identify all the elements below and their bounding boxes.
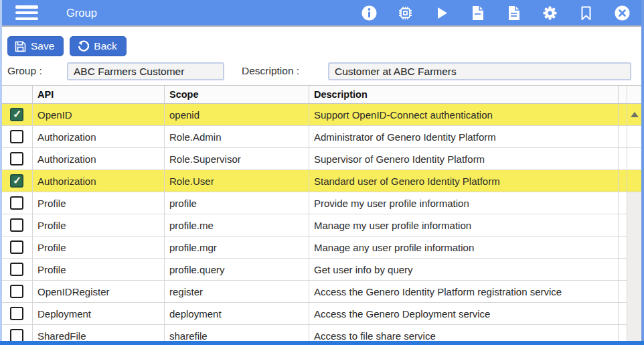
description-label: Description : xyxy=(242,65,299,77)
cell-description: Provide my user profile information xyxy=(309,192,618,214)
cell-scope: Role.Supervisor xyxy=(164,148,309,169)
column-header-scope[interactable]: Scope xyxy=(164,86,309,103)
table-row[interactable]: OpenIDRegister register Access the Gener… xyxy=(2,281,627,303)
table-row[interactable]: Profile profile Provide my user profile … xyxy=(2,192,627,214)
cell-spacer xyxy=(618,281,627,302)
cell-scope: register xyxy=(164,281,309,302)
cell-description: Get user info by query xyxy=(309,259,618,280)
cell-spacer xyxy=(618,236,627,258)
app-window: Group xyxy=(0,0,644,345)
cell-api: Profile xyxy=(32,192,164,214)
row-checkbox[interactable] xyxy=(10,240,23,254)
table-row[interactable]: Deployment deployment Access the Genero … xyxy=(2,303,627,325)
menu-icon[interactable] xyxy=(15,5,38,20)
group-input[interactable] xyxy=(67,62,224,80)
cell-scope: deployment xyxy=(164,303,309,324)
table-header-row: API Scope Description xyxy=(2,86,627,104)
group-label: Group : xyxy=(7,65,42,77)
scroll-up-arrow-icon[interactable] xyxy=(631,112,639,117)
column-header-spacer xyxy=(618,86,627,103)
scrollbar-track[interactable] xyxy=(627,192,641,345)
cell-description: Administrator of Genero Identity Platfor… xyxy=(309,126,618,147)
table-row[interactable]: Profile profile.query Get user info by q… xyxy=(2,259,627,281)
cell-scope: profile.me xyxy=(164,214,309,236)
topbar-icon-group xyxy=(361,5,631,21)
cell-api: Authorization xyxy=(32,170,164,192)
cell-spacer xyxy=(618,303,627,324)
cell-spacer xyxy=(618,148,627,169)
cell-scope: Role.User xyxy=(164,170,309,192)
cell-description: Standard user of Genero Identity Platfor… xyxy=(309,170,618,192)
form-row: Group : Description : xyxy=(2,61,641,84)
save-icon xyxy=(15,41,26,52)
table-row[interactable]: Authorization Role.Supervisor Supervisor… xyxy=(2,148,627,170)
table-body: OpenID openid Support OpenID-Connect aut… xyxy=(2,104,627,345)
document-lines-icon[interactable] xyxy=(505,5,522,21)
top-bar: Group xyxy=(2,0,641,27)
description-input[interactable] xyxy=(328,62,631,80)
cell-description: Support OpenID-Connect authentication xyxy=(309,104,618,125)
cell-description: Access the Genero Deployment service xyxy=(309,303,618,324)
cell-scope: profile.query xyxy=(164,259,309,280)
cell-spacer xyxy=(618,192,627,214)
back-undo-icon xyxy=(77,40,89,52)
bookmark-icon[interactable] xyxy=(578,5,594,21)
back-button-label: Back xyxy=(94,40,116,52)
info-icon[interactable] xyxy=(361,5,378,21)
cell-spacer xyxy=(618,126,627,147)
row-checkbox[interactable] xyxy=(10,174,23,188)
cell-spacer xyxy=(618,259,627,280)
row-checkbox[interactable] xyxy=(10,285,23,298)
row-checkbox[interactable] xyxy=(10,218,23,232)
row-checkbox[interactable] xyxy=(10,329,23,342)
checkbox-column-header xyxy=(2,86,32,103)
debug-chip-icon[interactable] xyxy=(397,5,414,21)
document-icon[interactable] xyxy=(469,5,486,21)
window-bottom-bar xyxy=(0,341,644,345)
scrollbar-segment xyxy=(627,170,641,192)
toolbar: Save Back xyxy=(2,27,641,61)
cell-api: OpenIDRegister xyxy=(32,281,164,302)
row-checkbox[interactable] xyxy=(10,307,23,320)
settings-icon[interactable] xyxy=(542,5,558,21)
scrollbar-up-button[interactable] xyxy=(627,104,641,126)
scopes-table: API Scope Description OpenID openid Supp… xyxy=(2,85,641,345)
page-title: Group xyxy=(66,7,97,19)
save-button-label: Save xyxy=(31,40,54,52)
cell-scope: profile.mgr xyxy=(164,236,309,258)
row-checkbox[interactable] xyxy=(10,263,23,276)
cell-spacer xyxy=(618,104,627,125)
scrollbar-segment xyxy=(627,148,641,170)
table-scrollbar[interactable] xyxy=(627,86,641,345)
row-checkbox[interactable] xyxy=(10,196,23,210)
row-checkbox[interactable] xyxy=(10,152,23,165)
close-icon[interactable] xyxy=(614,5,631,21)
save-button[interactable]: Save xyxy=(7,36,64,56)
table-row[interactable]: Profile profile.mgr Manage any user prof… xyxy=(2,236,627,259)
cell-scope: openid xyxy=(164,104,309,125)
cell-api: Profile xyxy=(32,236,164,258)
table-row[interactable]: Authorization Role.Admin Administrator o… xyxy=(2,126,627,148)
cell-api: Authorization xyxy=(32,148,164,169)
table-row[interactable]: Authorization Role.User Standard user of… xyxy=(2,170,627,192)
back-button[interactable]: Back xyxy=(70,36,126,56)
cell-api: OpenID xyxy=(32,104,164,125)
cell-spacer xyxy=(618,214,627,236)
cell-description: Access the Genero Identity Platform regi… xyxy=(309,281,618,302)
cell-scope: profile xyxy=(164,192,309,214)
cell-api: Deployment xyxy=(32,303,164,324)
scrollbar-segment xyxy=(627,126,641,148)
table-row[interactable]: OpenID openid Support OpenID-Connect aut… xyxy=(2,104,627,126)
cell-api: Authorization xyxy=(32,126,164,147)
cell-description: Manage any user profile information xyxy=(309,236,618,258)
table-row[interactable]: Profile profile.me Manage my user profil… xyxy=(2,214,627,236)
row-checkbox[interactable] xyxy=(10,108,23,121)
column-header-description[interactable]: Description xyxy=(309,86,618,103)
column-header-api[interactable]: API xyxy=(32,86,164,103)
run-icon[interactable] xyxy=(433,5,450,21)
row-checkbox[interactable] xyxy=(10,130,23,143)
cell-description: Manage my user profile information xyxy=(309,214,618,236)
cell-scope: Role.Admin xyxy=(164,126,309,147)
cell-description: Supervisor of Genero Identity Platform xyxy=(309,148,618,169)
cell-spacer xyxy=(618,170,627,192)
